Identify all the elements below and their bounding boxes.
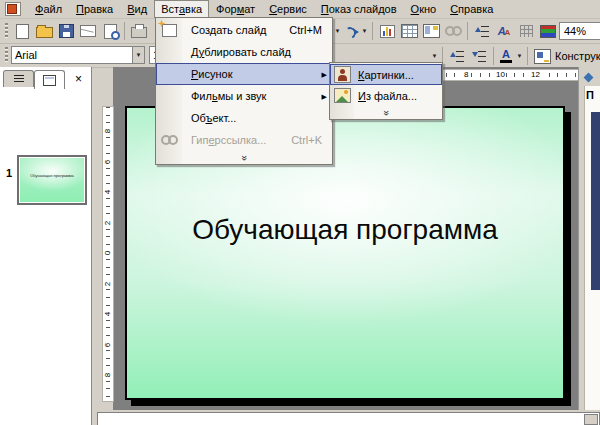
- notes-pane-strip: [0, 410, 600, 425]
- menu-item-duplicate-slide[interactable]: Дублировать слайд: [156, 41, 332, 63]
- hyperlink-button[interactable]: [442, 21, 464, 41]
- search-button[interactable]: [99, 21, 121, 41]
- open-button[interactable]: [33, 21, 55, 41]
- close-panel-button[interactable]: ×: [71, 71, 86, 86]
- picture-submenu: Картинки... Из файла... »: [329, 62, 443, 120]
- redo-icon: [343, 25, 359, 37]
- new-slide-icon: [162, 24, 177, 37]
- menu-window[interactable]: Окно: [404, 1, 444, 17]
- show-formatting-button[interactable]: AA: [493, 21, 515, 41]
- chevron-icon: »: [239, 155, 249, 159]
- notes-pane[interactable]: [97, 412, 600, 425]
- grid-button[interactable]: [515, 21, 537, 41]
- slides-panel: × 1 Обучающая программа: [0, 67, 92, 425]
- menu-format[interactable]: Формат: [209, 1, 262, 17]
- slides-tab[interactable]: [34, 70, 65, 89]
- ruler-number: 2: [104, 219, 112, 228]
- open-folder-icon: [36, 27, 53, 38]
- picture-file-icon: [334, 88, 351, 103]
- hyperlink-chain-icon: [445, 26, 462, 36]
- menu-item-picture[interactable]: Рисунок ▶: [156, 63, 332, 85]
- slide-layout-button[interactable]: [420, 21, 442, 41]
- insert-table-button[interactable]: [398, 21, 420, 41]
- submenu-item-from-file[interactable]: Из файла...: [330, 85, 442, 106]
- search-icon: [104, 24, 117, 39]
- menu-edit[interactable]: Правка: [69, 1, 120, 17]
- increase-spacing-icon: [450, 50, 465, 62]
- task-pane-thumbnail-fragment: [591, 112, 600, 290]
- chart-icon: [380, 25, 395, 38]
- slide-thumbnail[interactable]: Обучающая программа: [17, 155, 87, 205]
- font-name-dropdown[interactable]: ▼: [132, 47, 144, 63]
- mail-button[interactable]: [77, 21, 99, 41]
- increase-paragraph-spacing-button[interactable]: [446, 46, 468, 66]
- vertical-ruler[interactable]: 8 6 4 2 0 2 4 6 8: [102, 106, 114, 402]
- insert-menu: Создать слайд Ctrl+M Дублировать слайд Р…: [155, 17, 333, 165]
- horizontal-ruler[interactable]: 8 10 12: [436, 69, 579, 81]
- print-icon: [131, 27, 147, 38]
- chevron-down-icon: ▼: [134, 52, 143, 58]
- outline-icon: [14, 75, 24, 84]
- font-name-combobox[interactable]: Arial ▼: [11, 46, 145, 64]
- font-format-icon: AA: [498, 26, 511, 37]
- menu-item-object[interactable]: Объект...: [156, 107, 332, 129]
- font-name-value: Arial: [12, 49, 132, 61]
- slide-design-button[interactable]: Конструктор: [531, 48, 600, 65]
- line-spacing-button[interactable]: [471, 21, 493, 41]
- font-color-button[interactable]: A: [497, 46, 515, 66]
- task-pane-nav-button[interactable]: [580, 70, 596, 85]
- menu-item-hyperlink[interactable]: Гиперссылка... Ctrl+K: [156, 129, 332, 151]
- diamond-icon: [583, 73, 593, 83]
- menu-tools[interactable]: Сервис: [262, 1, 314, 17]
- menu-help[interactable]: Справка: [443, 1, 500, 17]
- ruler-number: 6: [104, 158, 112, 167]
- color-grayscale-button[interactable]: [537, 21, 559, 41]
- undo-dropdown-arrow[interactable]: ▼: [333, 28, 342, 34]
- print-button[interactable]: [128, 21, 150, 41]
- toolbar-grip[interactable]: [5, 47, 8, 63]
- decrease-paragraph-spacing-button[interactable]: [468, 46, 490, 66]
- submenu-expand-chevron[interactable]: »: [330, 106, 442, 118]
- ruler-number: 6: [104, 341, 112, 350]
- design-icon: [534, 49, 551, 64]
- redo-button[interactable]: [342, 21, 360, 41]
- close-icon: ×: [75, 73, 82, 85]
- slide-thumbnail-canvas: Обучающая программа: [20, 158, 84, 202]
- toolbar-separator: [124, 22, 125, 40]
- font-color-dropdown-arrow[interactable]: ▼: [515, 53, 524, 59]
- outline-tab[interactable]: [3, 70, 34, 87]
- slide-thumbnail-title: Обучающая программа: [20, 158, 84, 178]
- design-button-label: Конструктор: [555, 50, 600, 62]
- slide-title[interactable]: Обучающая программа: [127, 214, 563, 246]
- new-button[interactable]: [11, 21, 33, 41]
- save-button[interactable]: [55, 21, 77, 41]
- ruler-number: 4: [104, 310, 112, 319]
- grid-icon: [520, 25, 533, 37]
- menu-item-movies-and-sounds[interactable]: Фильмы и звук ▶: [156, 85, 332, 107]
- redo-dropdown-arrow[interactable]: ▼: [360, 28, 369, 34]
- menu-item-new-slide[interactable]: Создать слайд Ctrl+M: [156, 19, 332, 41]
- ruler-number: 4: [104, 188, 112, 197]
- menu-view[interactable]: Вид: [120, 1, 154, 17]
- dropdown-arrow[interactable]: ▼: [430, 53, 439, 59]
- submenu-item-clip-art[interactable]: Картинки...: [330, 64, 442, 85]
- decrease-spacing-icon: [472, 50, 487, 62]
- toolbar-grip[interactable]: [5, 23, 8, 39]
- table-icon: [401, 24, 418, 38]
- save-icon: [59, 24, 74, 38]
- ruler-number: 0: [104, 249, 112, 258]
- layout-icon: [423, 24, 440, 38]
- insert-chart-button[interactable]: [376, 21, 398, 41]
- menu-insert[interactable]: Вставка: [154, 0, 209, 18]
- menu-file[interactable]: Файл: [28, 1, 69, 17]
- zoom-combobox[interactable]: 44%: [559, 22, 600, 40]
- line-spacing-icon: [475, 25, 490, 37]
- ruler-number: 2: [104, 280, 112, 289]
- task-pane-heading-fragment: П: [586, 89, 594, 101]
- scrollbar-button[interactable]: [584, 414, 598, 425]
- menu-expand-chevron[interactable]: »: [156, 151, 332, 163]
- app-icon: [5, 2, 21, 16]
- menu-slideshow[interactable]: Показ слайдов: [314, 1, 404, 17]
- ruler-number: 10: [495, 70, 506, 79]
- font-color-icon: A: [499, 49, 513, 63]
